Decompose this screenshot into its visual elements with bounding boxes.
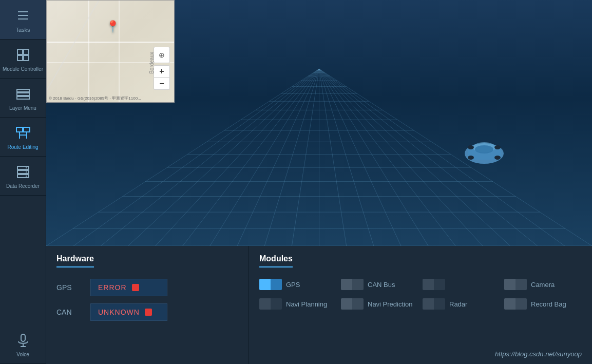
route-icon — [14, 124, 32, 142]
module-toggle-can-bus[interactable] — [341, 279, 364, 290]
bottom-panels: Hardware GPS ERROR CAN UNKNOWN Modules — [46, 246, 592, 364]
layer-icon — [14, 85, 32, 103]
sidebar-item-data-label: Data Recorder — [6, 183, 40, 189]
sidebar-item-layer-menu[interactable]: Layer Menu — [0, 79, 46, 118]
sidebar-item-voice-label: Voice — [16, 352, 29, 357]
module-toggle-navi-planning[interactable] — [259, 298, 282, 310]
sidebar-item-tasks-label: Tasks — [15, 27, 30, 33]
module-item-camera: Camera — [504, 279, 582, 290]
map-pin: 📍 — [106, 20, 120, 33]
hw-status-can-text: UNKNOWN — [98, 308, 140, 316]
module-label-can-bus: CAN Bus — [368, 281, 395, 289]
hw-status-gps: ERROR — [90, 279, 167, 296]
car-container — [459, 133, 510, 174]
sidebar-item-module-label: Module Controller — [3, 66, 43, 72]
map-controls: ⊕ + − — [154, 47, 170, 90]
module-toggle-camera[interactable] — [504, 279, 527, 290]
module-toggle-navi-prediction[interactable] — [341, 298, 364, 310]
hardware-panel: Hardware GPS ERROR CAN UNKNOWN — [46, 246, 249, 364]
svg-rect-10 — [16, 127, 23, 132]
map-overlay: 📍 © 2018 Baidu - GS(2016)2089号 - 甲测资字110… — [46, 0, 175, 103]
module-item-gps: GPS — [259, 279, 337, 290]
sidebar-item-voice[interactable]: Voice — [0, 325, 46, 364]
sidebar-item-route-label: Route Editing — [7, 144, 38, 150]
svg-point-29 — [468, 145, 474, 149]
svg-rect-6 — [24, 55, 29, 61]
svg-rect-21 — [21, 334, 25, 341]
svg-rect-15 — [17, 166, 29, 169]
module-toggle-empty — [423, 279, 445, 290]
modules-panel: Modules GPS CAN Bus — [249, 246, 592, 364]
svg-rect-5 — [17, 55, 23, 61]
svg-point-31 — [475, 145, 493, 154]
modules-title: Modules — [259, 254, 293, 267]
module-item-record-bag: Record Bag — [504, 298, 582, 310]
module-toggle-record-bag[interactable] — [504, 298, 527, 310]
svg-point-30 — [494, 145, 501, 149]
view-3d: 📍 © 2018 Baidu - GS(2016)2089号 - 甲测资字110… — [46, 0, 592, 246]
hw-status-gps-text: ERROR — [98, 283, 127, 292]
map-zoom-in-button[interactable]: + — [154, 65, 170, 78]
url-text: https://blog.csdn.net/sunyoop — [495, 350, 582, 358]
module-label-gps: GPS — [286, 281, 300, 289]
hw-row-gps: GPS ERROR — [56, 279, 238, 296]
svg-point-27 — [468, 156, 474, 160]
top-area: 📍 © 2018 Baidu - GS(2016)2089号 - 甲测资字110… — [46, 0, 592, 246]
toggle-right-can-bus — [352, 279, 364, 290]
voice-icon — [14, 331, 32, 350]
svg-rect-4 — [24, 49, 29, 54]
sidebar-item-data-recorder[interactable]: Data Recorder — [0, 157, 46, 196]
module-item-navi-prediction: Navi Prediction — [341, 298, 418, 310]
hw-status-can: UNKNOWN — [90, 303, 167, 321]
toggle-left-gps — [259, 279, 271, 290]
sidebar-item-module-controller[interactable]: Module Controller — [0, 40, 46, 79]
module-label-camera: Camera — [531, 281, 555, 289]
module-label-navi-prediction: Navi Prediction — [368, 300, 412, 308]
module-toggle-radar[interactable] — [423, 298, 445, 310]
module-toggle-gps[interactable] — [259, 279, 282, 290]
svg-rect-11 — [24, 127, 30, 132]
map-zoom-out-button[interactable]: − — [154, 78, 170, 90]
svg-rect-3 — [17, 49, 23, 54]
hw-status-can-dot — [145, 309, 152, 316]
map-compass-button[interactable]: ⊕ — [154, 47, 170, 63]
module-label-record-bag: Record Bag — [531, 300, 566, 308]
svg-rect-8 — [17, 93, 29, 95]
hw-row-can: CAN UNKNOWN — [56, 303, 238, 321]
hardware-title: Hardware — [56, 254, 94, 267]
module-item-can-bus: CAN Bus — [341, 279, 418, 290]
module-icon — [14, 46, 32, 64]
svg-rect-7 — [17, 89, 29, 92]
map-attribution: © 2018 Baidu - GS(2016)2089号 - 甲测资字1100.… — [49, 95, 141, 101]
hw-label-can: CAN — [56, 308, 82, 316]
toggle-left-can-bus — [341, 279, 352, 290]
module-item-navi-planning: Navi Planning — [259, 298, 337, 310]
module-item-radar: Radar — [423, 298, 500, 310]
toggle-right-gps — [271, 279, 282, 290]
module-label-navi-planning: Navi Planning — [286, 300, 327, 308]
main-content: 📍 © 2018 Baidu - GS(2016)2089号 - 甲测资字110… — [46, 0, 592, 364]
hw-label-gps: GPS — [56, 283, 82, 292]
module-item-empty — [423, 279, 500, 290]
sidebar-item-route-editing[interactable]: Route Editing — [0, 118, 46, 157]
module-label-radar: Radar — [449, 300, 467, 308]
svg-rect-16 — [17, 170, 29, 174]
svg-rect-17 — [17, 175, 29, 178]
hw-status-gps-dot — [132, 284, 139, 291]
sidebar-item-tasks[interactable]: Tasks — [0, 0, 46, 40]
sidebar: Tasks Module Controller Layer Menu — [0, 0, 46, 364]
modules-grid: GPS CAN Bus — [259, 279, 582, 310]
sidebar-item-layer-label: Layer Menu — [9, 105, 36, 111]
svg-rect-9 — [17, 97, 29, 99]
svg-point-28 — [494, 156, 501, 160]
data-icon — [14, 163, 32, 181]
tasks-icon — [14, 6, 32, 25]
